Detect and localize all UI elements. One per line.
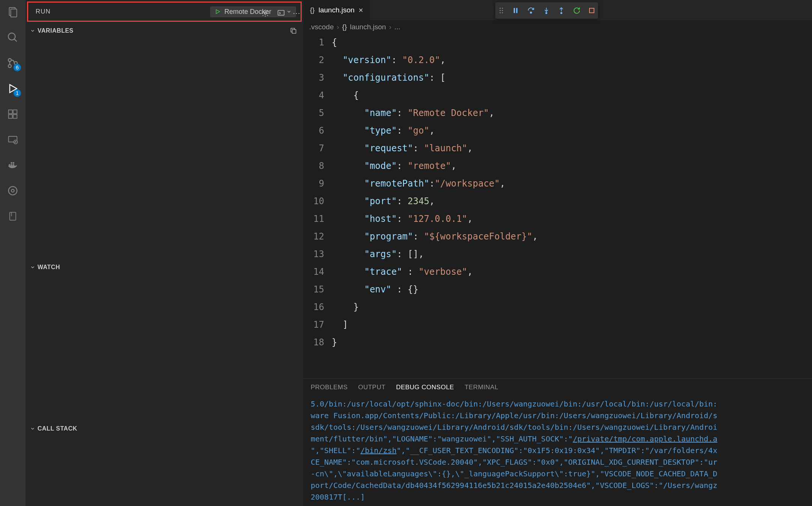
breadcrumb-file[interactable]: launch.json [350, 23, 386, 31]
svg-rect-23 [10, 212, 16, 220]
activity-source-control[interactable]: 6 [5, 56, 20, 71]
svg-point-35 [502, 12, 503, 14]
tab-debug-console[interactable]: DEBUG CONSOLE [396, 384, 454, 391]
close-icon[interactable]: ✕ [358, 7, 363, 14]
ellipsis-icon[interactable]: ⋯ [293, 9, 300, 18]
svg-rect-9 [13, 110, 17, 114]
breadcrumbs[interactable]: .vscode › {} launch.json › ... [303, 20, 812, 34]
svg-rect-10 [9, 114, 12, 118]
activity-extensions[interactable] [5, 107, 20, 122]
code-editor[interactable]: 123456789101112131415161718 { "version":… [303, 34, 812, 378]
line-gutter: 123456789101112131415161718 [303, 34, 332, 378]
svg-rect-36 [514, 8, 515, 13]
svg-point-32 [500, 10, 501, 11]
json-file-icon: {} [342, 23, 347, 31]
breadcrumb-folder[interactable]: .vscode [309, 23, 334, 31]
collapse-all-icon[interactable] [290, 27, 297, 35]
tab-terminal[interactable]: TERMINAL [465, 384, 498, 391]
run-title: RUN [33, 8, 51, 15]
callstack-label: CALL STACK [38, 425, 77, 432]
activity-search[interactable] [5, 30, 20, 45]
variables-label: VARIABLES [38, 27, 74, 34]
restart-button[interactable] [573, 6, 581, 15]
activity-bar: 6 1 [0, 0, 26, 506]
svg-point-42 [561, 12, 562, 14]
callstack-section-header[interactable]: CALL STACK [26, 421, 303, 436]
svg-point-4 [8, 59, 11, 62]
activity-bookmarks[interactable] [5, 209, 20, 224]
svg-rect-27 [278, 11, 284, 15]
activity-docker[interactable] [5, 158, 20, 173]
svg-rect-18 [13, 164, 14, 166]
svg-point-30 [500, 8, 501, 9]
watch-section-header[interactable]: WATCH [26, 260, 303, 275]
debug-console-icon[interactable] [277, 9, 285, 17]
svg-point-38 [530, 12, 532, 14]
svg-rect-8 [9, 110, 12, 114]
tab-launch-json[interactable]: {} launch.json ✕ [303, 0, 370, 20]
svg-marker-25 [216, 10, 220, 14]
svg-point-2 [8, 33, 15, 40]
activity-gitlens[interactable] [5, 183, 20, 198]
svg-rect-19 [11, 162, 12, 164]
run-debug-badge: 1 [14, 89, 21, 97]
run-sidebar: RUN Remote Docker ⋯ VARIABLES WATCH [26, 0, 303, 506]
svg-rect-20 [13, 162, 14, 164]
chevron-right-icon: › [389, 23, 391, 31]
svg-point-33 [502, 10, 503, 11]
svg-point-5 [8, 65, 11, 68]
svg-line-3 [14, 39, 17, 42]
panel-tabs: PROBLEMS OUTPUT DEBUG CONSOLE TERMINAL [303, 379, 812, 396]
run-header-actions: ⋯ [255, 3, 306, 23]
step-over-button[interactable] [527, 6, 535, 15]
debug-toolbar[interactable] [495, 2, 598, 19]
watch-label: WATCH [38, 264, 60, 271]
svg-rect-1 [11, 9, 17, 17]
drag-handle-icon[interactable] [498, 7, 504, 14]
svg-point-22 [11, 189, 14, 192]
activity-run-debug[interactable]: 1 [5, 81, 20, 96]
svg-point-31 [502, 8, 503, 9]
svg-point-40 [546, 12, 547, 14]
svg-rect-17 [11, 164, 12, 166]
gear-icon[interactable] [261, 9, 269, 17]
svg-point-34 [500, 12, 501, 14]
svg-rect-16 [9, 164, 10, 166]
activity-explorer[interactable] [5, 5, 20, 20]
variables-section-header[interactable]: VARIABLES [26, 23, 303, 38]
svg-rect-11 [13, 114, 17, 118]
bottom-panel: PROBLEMS OUTPUT DEBUG CONSOLE TERMINAL 5… [303, 378, 812, 506]
tab-output[interactable]: OUTPUT [358, 384, 385, 391]
pause-button[interactable] [512, 7, 519, 14]
debug-console-output[interactable]: 5.0/bin:/usr/local/opt/sphinx-doc/bin:/U… [303, 396, 812, 506]
svg-point-21 [9, 187, 17, 195]
activity-remote-explorer[interactable] [5, 132, 20, 147]
step-out-button[interactable] [558, 7, 565, 14]
stop-button[interactable] [588, 7, 595, 14]
step-into-button[interactable] [543, 7, 550, 14]
svg-rect-29 [292, 30, 296, 33]
editor-area: {} launch.json ✕ .vscode › {} laun [303, 0, 812, 506]
breadcrumb-trail[interactable]: ... [394, 23, 400, 31]
svg-point-26 [264, 12, 266, 14]
tab-problems[interactable]: PROBLEMS [311, 384, 347, 391]
source-control-badge: 6 [14, 64, 21, 71]
play-icon [215, 9, 221, 15]
chevron-right-icon: › [337, 23, 339, 31]
tab-label: launch.json [319, 6, 355, 14]
svg-rect-37 [516, 8, 517, 13]
json-file-icon: {} [310, 6, 315, 14]
svg-rect-43 [589, 8, 594, 13]
code-content[interactable]: { "version": "0.2.0", "configurations": … [332, 34, 812, 378]
